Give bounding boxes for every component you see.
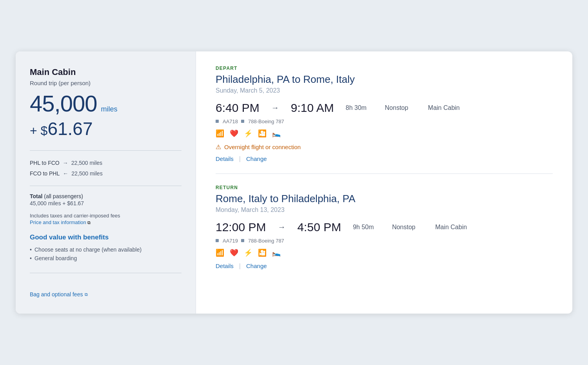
route-arrow-1: → <box>63 158 68 168</box>
return-change-link[interactable]: Change <box>246 263 267 269</box>
cabin-title: Main Cabin <box>30 67 181 77</box>
overnight-warning: ⚠ Overnight flight or connection <box>216 143 553 151</box>
return-nonstop: Nonstop <box>392 224 423 231</box>
route-fco-phl: FCO to PHL ← 22,500 miles <box>30 168 181 179</box>
cash-prefix: + $ <box>30 124 47 138</box>
depart-amenity-icons: 📶 ❤️ ⚡ 🎦 🛌 <box>216 129 553 138</box>
return-aircraft: 788-Boeing 787 <box>248 238 284 244</box>
depart-arrow-icon: → <box>271 103 279 112</box>
depart-flight-details: AA718 788-Boeing 787 <box>216 119 553 124</box>
return-dot-1 <box>216 239 219 242</box>
miles-word: miles <box>101 105 117 113</box>
overnight-text: Overnight flight or connection <box>224 144 301 150</box>
total-label: Total (all passengers) <box>30 193 181 199</box>
benefits-title: Good value with benefits <box>30 234 181 241</box>
route-phl-fco: PHL to FCO → 22,500 miles <box>30 158 181 168</box>
benefit-1: Choose seats at no charge (when availabl… <box>30 245 181 254</box>
price-tax-link[interactable]: Price and tax information <box>30 219 86 225</box>
depart-duration: 8h 30m <box>346 104 373 111</box>
divider-2 <box>30 186 181 186</box>
depart-label: DEPART <box>216 66 553 71</box>
divider-3 <box>30 273 181 273</box>
return-seat-icon: 🛌 <box>272 248 281 257</box>
cash-amount: 61.67 <box>47 119 93 139</box>
depart-time: 6:40 PM <box>216 101 260 115</box>
depart-details-link[interactable]: Details <box>216 155 234 162</box>
benefits-list: Choose seats at no charge (when availabl… <box>30 245 181 263</box>
bag-fees-link[interactable]: Bag and optional fees ⧉ <box>30 291 88 297</box>
screen-icon: 🎦 <box>258 129 267 138</box>
depart-times-row: 6:40 PM → 9:10 AM 8h 30m Nonstop Main Ca… <box>216 101 553 115</box>
miles-number: 45,000 <box>30 90 97 117</box>
route-table: PHL to FCO → 22,500 miles FCO to PHL ← 2… <box>30 158 181 179</box>
benefit-2: General boarding <box>30 254 181 263</box>
depart-pipe: | <box>239 155 241 162</box>
seat-icon: 🛌 <box>272 129 281 138</box>
depart-route-title: Philadelphia, PA to Rome, Italy <box>216 73 553 86</box>
return-details-link[interactable]: Details <box>216 263 234 269</box>
return-duration: 9h 50m <box>353 224 380 231</box>
return-wifi-icon: 📶 <box>216 248 224 257</box>
depart-dot-2 <box>241 120 244 123</box>
return-usb-icon: ⚡ <box>244 248 252 257</box>
route-from-2: FCO to PHL <box>30 168 60 179</box>
flight-divider <box>216 173 553 174</box>
return-label: RETURN <box>216 185 553 190</box>
depart-dot-1 <box>216 120 219 123</box>
return-action-row: Details | Change <box>216 263 553 270</box>
return-power-icon: ❤️ <box>230 248 238 257</box>
return-section: RETURN Rome, Italy to Philadelphia, PA M… <box>216 185 553 270</box>
depart-change-link[interactable]: Change <box>246 155 267 162</box>
wifi-icon: 📶 <box>216 129 224 138</box>
return-arrive-time: 4:50 PM <box>297 221 341 234</box>
left-panel: Main Cabin Round trip (per person) 45,00… <box>16 51 196 314</box>
depart-date: Sunday, March 5, 2023 <box>216 87 553 94</box>
flight-card: Main Cabin Round trip (per person) 45,00… <box>16 51 572 314</box>
taxes-note: Includes taxes and carrier-imposed fees <box>30 213 181 219</box>
round-trip-label: Round trip (per person) <box>30 80 181 86</box>
total-value: 45,000 miles + $61.67 <box>30 200 181 206</box>
return-date: Monday, March 13, 2023 <box>216 206 553 214</box>
return-screen-icon: 🎦 <box>258 248 267 257</box>
route-miles-2: 22,500 miles <box>71 168 102 179</box>
total-section: Total (all passengers) 45,000 miles + $6… <box>30 193 181 206</box>
route-arrow-2: ← <box>63 168 68 179</box>
cash-row: + $61.67 <box>30 118 181 139</box>
return-depart-time: 12:00 PM <box>216 221 266 234</box>
divider-1 <box>30 150 181 151</box>
return-cabin: Main Cabin <box>435 224 467 231</box>
right-panel: DEPART Philadelphia, PA to Rome, Italy S… <box>196 51 572 314</box>
external-link-icon: ⧉ <box>87 220 91 225</box>
bag-fees-label: Bag and optional fees <box>30 291 83 297</box>
depart-cabin: Main Cabin <box>428 104 460 111</box>
return-pipe: | <box>239 263 241 270</box>
return-arrow-icon: → <box>278 223 285 232</box>
return-times-row: 12:00 PM → 4:50 PM 9h 50m Nonstop Main C… <box>216 221 553 234</box>
return-amenity-icons: 📶 ❤️ ⚡ 🎦 🛌 <box>216 248 553 257</box>
depart-flight-number: AA718 <box>223 119 238 124</box>
depart-arrive-time: 9:10 AM <box>291 101 334 115</box>
return-dot-2 <box>241 239 244 242</box>
usb-icon: ⚡ <box>244 129 252 138</box>
warning-triangle-icon: ⚠ <box>216 143 221 151</box>
bag-fees-external-icon: ⧉ <box>85 292 88 297</box>
return-flight-details: AA719 788-Boeing 787 <box>216 238 553 244</box>
return-flight-number: AA719 <box>223 238 238 244</box>
route-miles-1: 22,500 miles <box>71 158 102 168</box>
depart-action-row: Details | Change <box>216 155 553 162</box>
power-icon: ❤️ <box>230 129 238 138</box>
depart-aircraft: 788-Boeing 787 <box>248 119 284 124</box>
return-route-title: Rome, Italy to Philadelphia, PA <box>216 193 553 205</box>
route-from-1: PHL to FCO <box>30 158 60 168</box>
depart-nonstop: Nonstop <box>385 104 416 111</box>
depart-section: DEPART Philadelphia, PA to Rome, Italy S… <box>216 66 553 162</box>
miles-row: 45,000 miles <box>30 90 181 117</box>
